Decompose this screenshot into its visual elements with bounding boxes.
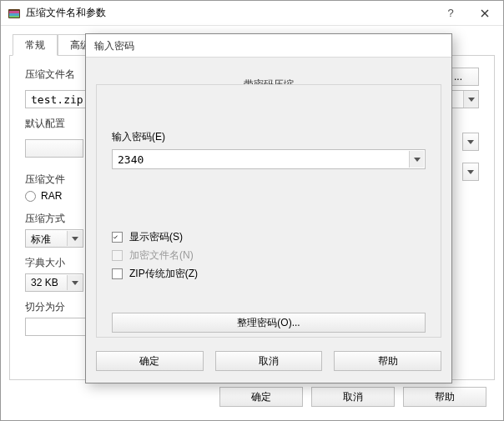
password-input[interactable]: 2340 [112, 149, 426, 169]
titlebar: 压缩文件名和参数 ? [1, 1, 503, 26]
password-group-box: 输入密码(E) 2340 显示密码(S) 加密文件名(N) [96, 84, 441, 338]
encrypt-filenames-checkbox [112, 250, 123, 261]
dict-label: 字典大小 [25, 256, 92, 270]
window-title: 压缩文件名和参数 [26, 6, 436, 20]
winrar-icon [8, 7, 21, 20]
encrypt-filenames-label: 加密文件名(N) [129, 248, 194, 263]
main-help-label: 帮助 [435, 391, 455, 403]
method-combo[interactable]: 标准 [25, 229, 83, 248]
main-cancel-button[interactable]: 取消 [311, 387, 395, 407]
format-radio-rar-label: RAR [41, 190, 62, 202]
dict-value: 32 KB [31, 277, 58, 288]
password-dialog-buttons: 确定 取消 帮助 [96, 351, 441, 373]
format-radio-rar[interactable] [25, 191, 36, 202]
password-cancel-label: 取消 [259, 355, 279, 367]
password-dialog-title: 输入密码 [86, 34, 451, 58]
password-help-button[interactable]: 帮助 [334, 351, 441, 371]
browse-button-label: ... [454, 71, 462, 83]
right-dropdown-2[interactable] [462, 163, 479, 181]
password-cancel-button[interactable]: 取消 [215, 351, 323, 371]
show-password-checkbox[interactable] [112, 232, 123, 243]
default-profile-combo[interactable] [25, 139, 83, 158]
main-help-button[interactable]: 帮助 [403, 387, 486, 407]
zip-legacy-label: ZIP传统加密(Z) [129, 267, 198, 281]
close-icon[interactable] [466, 1, 503, 25]
show-password-label: 显示密码(S) [129, 230, 183, 244]
main-ok-button[interactable]: 确定 [219, 387, 303, 407]
format-label: 压缩文件 [25, 173, 92, 187]
organize-passwords-label: 整理密码(O)... [237, 317, 300, 328]
organize-passwords-button[interactable]: 整理密码(O)... [112, 313, 426, 333]
password-help-label: 帮助 [378, 355, 398, 367]
default-profile-label: 默认配置 [25, 117, 75, 131]
password-dialog: 输入密码 带密码压缩 输入密码(E) 2340 显示密码(S) 加密文件名(N) [85, 33, 452, 383]
svg-rect-1 [9, 11, 19, 13]
password-ok-label: 确定 [139, 355, 159, 367]
method-value: 标准 [31, 233, 51, 247]
method-label: 压缩方式 [25, 212, 92, 226]
zip-legacy-checkbox[interactable] [112, 268, 123, 279]
right-dropdown-1[interactable] [462, 133, 479, 151]
password-ok-button[interactable]: 确定 [96, 351, 204, 371]
svg-rect-3 [9, 16, 19, 18]
filename-label: 压缩文件名 [25, 68, 75, 82]
main-ok-label: 确定 [251, 391, 271, 403]
password-value: 2340 [118, 153, 144, 166]
help-button-icon[interactable]: ? [436, 1, 466, 25]
password-options: 显示密码(S) 加密文件名(N) ZIP传统加密(Z) [112, 228, 426, 283]
password-input-label: 输入密码(E) [112, 130, 426, 144]
tab-general[interactable]: 常规 [13, 34, 58, 56]
main-buttons: 确定 取消 帮助 [1, 387, 503, 412]
dict-combo[interactable]: 32 KB [25, 273, 83, 292]
tab-general-label: 常规 [25, 39, 45, 51]
password-dialog-body: 带密码压缩 输入密码(E) 2340 显示密码(S) 加密文件名(N) [96, 64, 441, 341]
password-dropdown-icon[interactable] [409, 151, 424, 168]
svg-rect-2 [9, 13, 19, 16]
filename-dropdown-icon[interactable] [463, 91, 478, 108]
main-cancel-label: 取消 [343, 391, 363, 403]
